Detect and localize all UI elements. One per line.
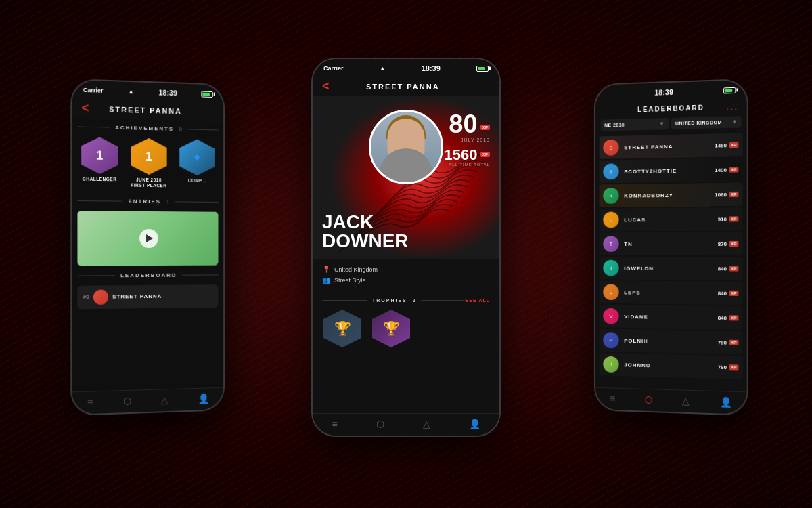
list-icon-left: ≡ xyxy=(87,398,93,407)
xp-total-row: 1560 XP xyxy=(445,148,490,163)
nav-item-list-right[interactable]: ≡ xyxy=(610,394,615,403)
entry-thumbnail[interactable] xyxy=(77,211,218,266)
lb-item-2[interactable]: SSCOTTY2HOTTIE1400XP xyxy=(600,158,743,183)
battery-icon-right xyxy=(723,87,736,93)
carrier-left: Carrier xyxy=(83,87,104,94)
nav-item-profile-right[interactable]: 👤 xyxy=(720,397,731,407)
lb-xp-badge-7: XP xyxy=(729,291,738,296)
lb-avatar-4: L xyxy=(603,212,618,228)
lb-name-left: STREET PANNA xyxy=(112,293,162,300)
nav-item-trophy-left[interactable]: ⬡ xyxy=(123,396,131,406)
lb-score-7: 840 xyxy=(718,290,727,296)
phone-center: Carrier ▲ 18:39 < STREET PANNA xyxy=(311,58,501,437)
back-button-left[interactable]: < xyxy=(82,101,89,116)
see-all-button[interactable]: SEE ALL xyxy=(466,298,490,303)
avatar-body xyxy=(379,148,433,182)
nav-item-logo-left[interactable]: △ xyxy=(161,395,168,404)
lb-xp-badge-6: XP xyxy=(729,266,738,271)
lb-avatar-9: P xyxy=(603,332,618,348)
section-line-right xyxy=(187,129,219,130)
xp-total-period: ALL TIME TOTAL xyxy=(445,163,490,167)
lb-name-2: SCOTTY2HOTTIE xyxy=(624,167,715,174)
lb-score-1: 1480 xyxy=(715,142,727,148)
lb-line-right xyxy=(182,274,218,275)
trophy-item-2[interactable]: 🏆 xyxy=(371,308,411,349)
lb-name-4: LUCAS xyxy=(624,216,717,223)
lb-item-7[interactable]: LLEPS840XP xyxy=(600,280,743,305)
lb-filter-region[interactable]: UNITED KINGDOM ▼ xyxy=(671,116,742,129)
lb-xp-badge-10: XP xyxy=(729,364,738,370)
leaderboard-row-left[interactable]: #0 STREET PANNA xyxy=(77,284,218,309)
battery-left xyxy=(201,91,212,97)
lb-item-4[interactable]: LLUCAS910XP xyxy=(600,207,743,231)
lb-item-10[interactable]: JJOHNNO760XP xyxy=(600,353,743,379)
badge-label-june: JUNE 2018FIRST PLACER xyxy=(131,177,167,190)
badge-june2018[interactable]: 1 JUNE 2018FIRST PLACER xyxy=(127,137,171,189)
bottom-nav-right: ≡ ⬡ △ 👤 xyxy=(595,387,747,415)
nav-item-profile-left[interactable]: 👤 xyxy=(198,394,208,403)
lb-line-left xyxy=(77,275,115,276)
play-button[interactable] xyxy=(139,229,158,248)
lb-menu-dots[interactable]: ... xyxy=(726,101,738,112)
nav-item-logo-center[interactable]: △ xyxy=(423,419,430,429)
lb-item-8[interactable]: VVIDANE840XP xyxy=(600,305,743,330)
leaderboard-header-left: LEADERBOARD xyxy=(77,272,218,278)
section-line-left xyxy=(77,126,110,127)
status-bar-center: Carrier ▲ 18:39 xyxy=(313,59,499,75)
xp-monthly-row: 80 XP xyxy=(445,111,490,137)
lb-avatar-2: S xyxy=(603,163,618,179)
location-text: United Kingdom xyxy=(334,266,378,273)
nav-item-profile-center[interactable]: 👤 xyxy=(469,419,480,429)
xp-monthly-value: 80 xyxy=(449,110,477,138)
lb-item-3[interactable]: KKONRADBORZY1060XP xyxy=(600,183,743,207)
phone-left-screen: Carrier ▲ 18:39 < STREET PANNA ACHIEVEME… xyxy=(72,80,223,415)
nav-item-list-left[interactable]: ≡ xyxy=(87,398,93,407)
badge-challenger[interactable]: 1 CHALLENGER xyxy=(77,137,121,189)
lb-item-5[interactable]: TTN870XP xyxy=(600,232,743,256)
battery-right xyxy=(723,87,736,93)
avatar-person xyxy=(371,112,441,182)
badge-label-challenger: CHALLENGER xyxy=(83,177,117,183)
lb-item-9[interactable]: PPOLNIII790XP xyxy=(600,329,743,354)
entries-line-left xyxy=(77,200,122,202)
back-button-center[interactable]: < xyxy=(322,79,330,93)
lb-filter-period[interactable]: NE 2018 ▼ xyxy=(601,118,669,131)
battery-center xyxy=(476,66,489,72)
lb-item-1[interactable]: SSTREET PANNA1480XP xyxy=(600,133,743,158)
lb-filter-period-text: NE 2018 xyxy=(604,123,625,128)
nav-item-trophy-center[interactable]: ⬡ xyxy=(376,419,384,429)
profile-last-name: DOWNER xyxy=(322,232,409,251)
time-right: 18:39 xyxy=(654,88,673,97)
leaderboard-section-left: LEADERBOARD #0 STREET PANNA xyxy=(77,272,218,309)
nav-item-list-center[interactable]: ≡ xyxy=(332,419,337,429)
phone-left: Carrier ▲ 18:39 < STREET PANNA ACHIEVEME… xyxy=(70,79,225,416)
wifi-icon-left: ▲ xyxy=(128,88,134,95)
logo-icon-center: △ xyxy=(423,419,430,429)
xp-total-badge: XP xyxy=(480,152,490,157)
trophies-row: 🏆 🏆 xyxy=(322,308,490,349)
nav-title-left: STREET PANNA xyxy=(109,105,182,115)
lb-avatar-6: I xyxy=(603,260,618,276)
lb-avatar-5: T xyxy=(603,236,618,252)
lb-list: SSTREET PANNA1480XPSSCOTTY2HOTTIE1400XPK… xyxy=(595,131,747,391)
lb-score-4: 910 xyxy=(718,216,727,222)
trophy-item-1[interactable]: 🏆 xyxy=(322,308,363,349)
trophies-header: TROPHIES 2 SEE ALL xyxy=(322,298,490,303)
lb-xp-badge-4: XP xyxy=(729,216,738,221)
lb-name-10: JOHNNO xyxy=(624,362,717,370)
trophy-icon-left: ⬡ xyxy=(123,396,131,406)
list-icon-center: ≡ xyxy=(332,419,337,429)
badge-icon-comp: 🔷 xyxy=(179,139,215,175)
badge-label-comp: COMP... xyxy=(188,178,206,184)
badge-icon-june: 1 xyxy=(131,137,166,175)
nav-title-center: STREET PANNA xyxy=(366,83,440,91)
badge-hex-orange: 1 xyxy=(131,137,166,175)
badge-comp[interactable]: 🔷 COMP... xyxy=(176,139,219,190)
lb-name-3: KONRADBORZY xyxy=(624,192,715,198)
trophy-icon-center: ⬡ xyxy=(376,419,384,429)
nav-item-trophy-right[interactable]: ⬡ xyxy=(644,395,652,404)
trophy-hex-1: 🏆 xyxy=(323,310,361,347)
lb-item-6[interactable]: IIGWELDN840XP xyxy=(600,257,743,280)
nav-item-logo-right[interactable]: △ xyxy=(682,396,690,406)
xp-info: 80 XP JULY 2018 1560 XP ALL TIME TOTAL xyxy=(445,111,490,167)
